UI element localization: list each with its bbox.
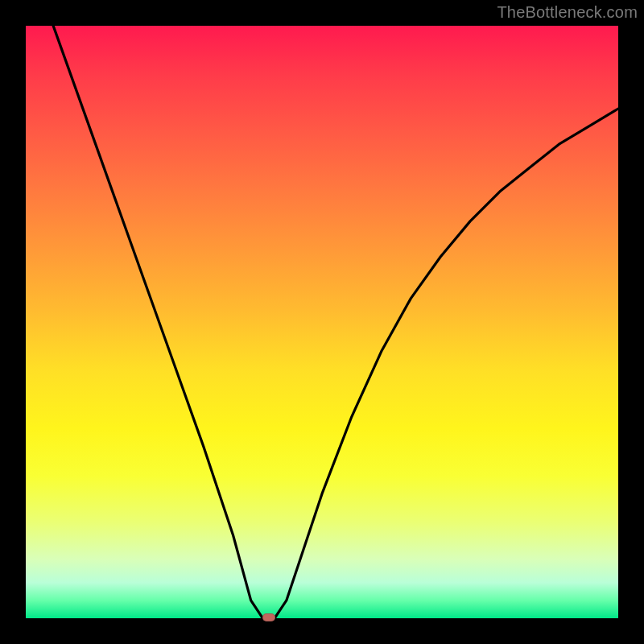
bottleneck-curve: [26, 0, 618, 618]
curve-svg: [26, 26, 618, 618]
plot-area: [26, 26, 618, 618]
watermark-text: TheBottleneck.com: [497, 3, 638, 22]
chart-frame: TheBottleneck.com: [0, 0, 644, 644]
optimum-marker: [262, 613, 275, 621]
